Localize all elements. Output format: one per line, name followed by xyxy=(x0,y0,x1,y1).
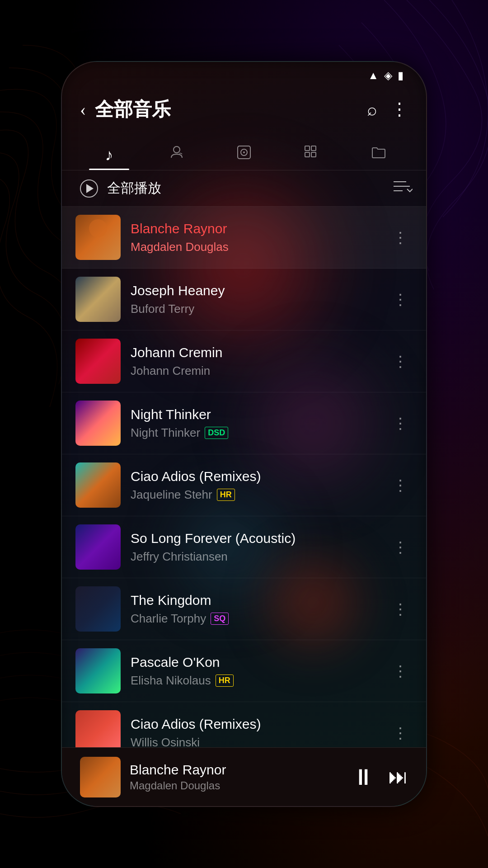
tab-active-indicator xyxy=(89,169,130,170)
list-item[interactable]: Night Thinker Night Thinker DSD ⋮ xyxy=(62,392,426,454)
svg-rect-5 xyxy=(311,146,316,151)
song-artist: Willis Osinski xyxy=(131,736,200,748)
song-artist: Magdalen Douglas xyxy=(131,240,229,254)
play-triangle-icon xyxy=(86,184,94,193)
play-all-label: 全部播放 xyxy=(107,179,161,198)
now-playing-title: Blanche Raynor xyxy=(130,762,343,778)
song-thumbnail xyxy=(75,462,121,508)
song-title: So Long Forever (Acoustic) xyxy=(131,531,378,546)
battery-icon: ▮ xyxy=(398,69,404,82)
song-info: Johann Cremin Johann Cremin xyxy=(131,345,378,378)
list-item[interactable]: So Long Forever (Acoustic) Jeffry Christ… xyxy=(62,516,426,578)
more-icon[interactable]: ⋮ xyxy=(391,99,408,119)
play-all-bar[interactable]: 全部播放 xyxy=(62,170,426,207)
list-item[interactable]: Blanche Raynor Magdalen Douglas ⋮ xyxy=(62,207,426,269)
song-thumbnail xyxy=(75,524,121,570)
song-artist-row: Buford Terry xyxy=(131,302,378,316)
song-title: The Kingdom xyxy=(131,593,378,608)
music-note-icon: ♪ xyxy=(105,146,113,165)
song-info: Pascale O'Kon Elisha Nikolaus HR xyxy=(131,655,378,688)
svg-rect-4 xyxy=(305,146,310,151)
song-more-button[interactable]: ⋮ xyxy=(388,348,413,375)
song-thumbnail xyxy=(75,339,121,384)
list-item[interactable]: Johann Cremin Johann Cremin ⋮ xyxy=(62,330,426,392)
list-item[interactable]: Ciao Adios (Remixes) Jaqueline Stehr HR … xyxy=(62,454,426,516)
song-title: Night Thinker xyxy=(131,407,378,422)
folder-icon xyxy=(371,144,387,165)
song-thumbnail xyxy=(75,586,121,632)
quality-badge-sq: SQ xyxy=(211,613,229,625)
song-info: The Kingdom Charlie Torphy SQ xyxy=(131,593,378,626)
song-thumbnail xyxy=(75,648,121,693)
song-info: Blanche Raynor Magdalen Douglas xyxy=(131,221,378,254)
song-artist: Night Thinker xyxy=(131,426,200,440)
quality-badge-hr-2: HR xyxy=(216,675,234,687)
header: ‹ 全部音乐 ⌕ ⋮ xyxy=(62,89,426,130)
song-title: Johann Cremin xyxy=(131,345,378,360)
back-button[interactable]: ‹ xyxy=(80,100,86,118)
sort-icon[interactable] xyxy=(394,180,413,197)
song-artist-row: Jeffry Christiansen xyxy=(131,550,378,564)
song-title: Pascale O'Kon xyxy=(131,655,378,670)
album-icon xyxy=(236,144,252,165)
song-info: Ciao Adios (Remixes) Jaqueline Stehr HR xyxy=(131,469,378,502)
song-artist-row: Willis Osinski xyxy=(131,736,378,748)
wifi-icon: ◈ xyxy=(384,69,392,82)
song-artist-row: Charlie Torphy SQ xyxy=(131,612,378,626)
page-title: 全部音乐 xyxy=(95,97,171,122)
signal-icon: ▲ xyxy=(368,70,379,82)
tab-grid[interactable] xyxy=(278,144,345,170)
pause-button[interactable]: ⏸ xyxy=(352,764,375,790)
song-info: So Long Forever (Acoustic) Jeffry Christ… xyxy=(131,531,378,564)
skip-next-button[interactable]: ⏭ xyxy=(388,765,408,788)
song-artist-row: Jaqueline Stehr HR xyxy=(131,488,378,502)
song-thumbnail xyxy=(75,277,121,322)
song-artist: Johann Cremin xyxy=(131,364,210,378)
tab-songs[interactable]: ♪ xyxy=(75,146,143,170)
song-thumbnail xyxy=(75,215,121,260)
now-playing-bar[interactable]: Blanche Raynor Magdalen Douglas ⏸ ⏭ xyxy=(62,747,426,806)
song-title: Ciao Adios (Remixes) xyxy=(131,469,378,484)
now-playing-artist: Magdalen Douglas xyxy=(130,779,343,792)
phone-frame: ▲ ◈ ▮ ‹ 全部音乐 ⌕ ⋮ ♪ xyxy=(61,61,427,807)
list-item[interactable]: Joseph Heaney Buford Terry ⋮ xyxy=(62,269,426,330)
song-title: Blanche Raynor xyxy=(131,221,378,236)
play-all-left: 全部播放 xyxy=(80,179,161,198)
now-playing-info: Blanche Raynor Magdalen Douglas xyxy=(130,762,343,792)
song-more-button[interactable]: ⋮ xyxy=(388,472,413,499)
tab-artists[interactable] xyxy=(143,144,210,170)
quality-badge-dsd: DSD xyxy=(205,427,228,439)
song-more-button[interactable]: ⋮ xyxy=(388,719,413,746)
song-more-button[interactable]: ⋮ xyxy=(388,286,413,313)
quality-badge-hr: HR xyxy=(217,489,235,501)
tab-albums[interactable] xyxy=(210,144,277,170)
list-item[interactable]: The Kingdom Charlie Torphy SQ ⋮ xyxy=(62,578,426,640)
list-item[interactable]: Pascale O'Kon Elisha Nikolaus HR ⋮ xyxy=(62,640,426,702)
svg-rect-6 xyxy=(305,152,310,157)
tab-folders[interactable] xyxy=(345,144,413,170)
status-bar: ▲ ◈ ▮ xyxy=(62,62,426,89)
svg-point-0 xyxy=(174,146,180,153)
song-more-button[interactable]: ⋮ xyxy=(388,657,413,684)
tab-bar: ♪ xyxy=(62,130,426,170)
song-more-button[interactable]: ⋮ xyxy=(388,533,413,561)
song-thumbnail xyxy=(75,710,121,747)
song-artist-row: Night Thinker DSD xyxy=(131,426,378,440)
play-circle xyxy=(80,179,98,198)
song-artist-row: Johann Cremin xyxy=(131,364,378,378)
person-icon xyxy=(169,144,185,165)
now-playing-controls: ⏸ ⏭ xyxy=(352,764,408,790)
song-artist: Buford Terry xyxy=(131,302,194,316)
header-left: ‹ 全部音乐 xyxy=(80,97,171,122)
svg-rect-7 xyxy=(311,152,316,157)
song-artist: Jaqueline Stehr xyxy=(131,488,212,502)
list-item[interactable]: Ciao Adios (Remixes) Willis Osinski ⋮ xyxy=(62,702,426,747)
song-artist: Charlie Torphy xyxy=(131,612,206,626)
song-more-button[interactable]: ⋮ xyxy=(388,410,413,437)
song-more-button[interactable]: ⋮ xyxy=(388,224,413,251)
song-artist-row: Elisha Nikolaus HR xyxy=(131,674,378,688)
search-icon[interactable]: ⌕ xyxy=(367,99,377,119)
song-artist: Jeffry Christiansen xyxy=(131,550,228,564)
song-title: Joseph Heaney xyxy=(131,283,378,298)
song-more-button[interactable]: ⋮ xyxy=(388,595,413,623)
